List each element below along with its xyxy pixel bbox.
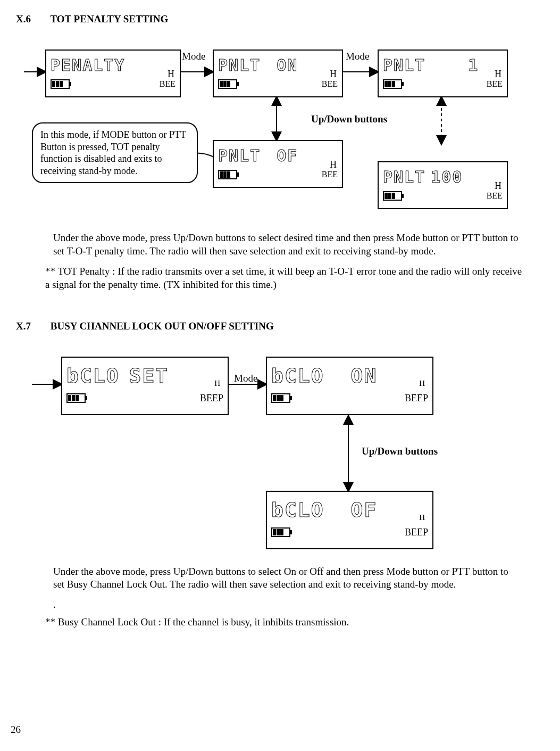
lcd-bclo-set-text: bCLO	[66, 366, 120, 386]
lcd-pnlt-on: PNLT ON H BEE	[213, 49, 343, 97]
lcd-bclo-of-h: H	[419, 513, 425, 522]
section-x6-title: TOT PENALTY SETTING	[50, 13, 168, 24]
lcd-penalty: PENALTY H BEE	[45, 49, 181, 97]
section-x7-heading: X.7 BUSY CHANNEL LOCK OUT ON/OFF SETTING	[16, 320, 544, 332]
lcd-pnlt-of-text: PNLT	[218, 148, 261, 164]
x7-dot: .	[53, 599, 544, 610]
x6-definition: ** TOT Penalty : If the radio transmits …	[45, 265, 524, 291]
lcd-bclo-of-text: bCLO	[271, 500, 324, 520]
lcd-pnlt-of-beep: BEE	[322, 170, 338, 179]
lcd-penalty-text: PENALTY	[51, 57, 125, 73]
lcd-pnlt-on-h: H	[330, 69, 337, 80]
lcd-penalty-h: H	[168, 69, 174, 80]
x6-paragraph-1: Under the above mode, press Up/Down butt…	[53, 232, 521, 258]
x6-diagram: Mode Mode Up/Down buttons PENALTY H BEE …	[16, 35, 544, 232]
lcd-pnlt-100-text: PNLT	[383, 169, 425, 185]
lcd-pnlt-100-h: H	[495, 180, 502, 192]
lcd-pnlt-of: PNLT OF H BEE	[213, 140, 343, 188]
section-x6-number: X.6	[16, 13, 48, 25]
lcd-pnlt-1-beep: BEE	[487, 79, 503, 89]
lcd-bclo-on-text: bCLO	[271, 366, 324, 386]
lcd-bclo-of-beep: BEEP	[405, 527, 428, 538]
x7-updown-label: Up/Down buttons	[362, 445, 438, 457]
lcd-bclo-of: bCLO OF H BEEP	[266, 491, 433, 549]
lcd-pnlt-1-h: H	[495, 69, 502, 80]
x6-mode-label-2: Mode	[346, 51, 369, 62]
lcd-bclo-set-right: SET	[129, 366, 169, 386]
battery-icon	[218, 79, 237, 89]
battery-icon	[218, 170, 237, 179]
lcd-bclo-set-beep: BEEP	[200, 393, 223, 404]
x7-paragraph-1: Under the above mode, press Up/Down butt…	[53, 565, 521, 591]
x6-updown-label: Up/Down buttons	[311, 113, 387, 125]
battery-icon	[271, 527, 290, 537]
lcd-pnlt-on-text: PNLT	[218, 57, 261, 73]
lcd-penalty-beep: BEE	[160, 79, 175, 89]
section-x6-heading: X.6 TOT PENALTY SETTING	[16, 13, 544, 25]
battery-icon	[51, 79, 70, 89]
lcd-pnlt-100-beep: BEE	[487, 191, 503, 201]
lcd-bclo-on-right: ON	[351, 366, 378, 386]
lcd-bclo-on: bCLO ON H BEEP	[266, 357, 433, 415]
section-x7-title: BUSY CHANNEL LOCK OUT ON/OFF SETTING	[51, 320, 274, 332]
x6-callout: In this mode, if MODE button or PTT Butt…	[32, 122, 198, 183]
battery-icon	[66, 393, 86, 403]
lcd-pnlt-of-h: H	[330, 159, 337, 170]
x6-mode-label-1: Mode	[182, 51, 205, 62]
battery-icon	[383, 79, 402, 89]
section-x7-number: X.7	[16, 320, 48, 332]
x6-callout-text: In this mode, if MODE button or PTT Butt…	[40, 129, 186, 176]
x6-def-label: ** TOT Penalty :	[45, 266, 118, 277]
battery-icon	[383, 191, 402, 201]
x7-definition: ** Busy Channel Lock Out : If the channe…	[45, 616, 524, 629]
lcd-pnlt-on-beep: BEE	[322, 79, 338, 89]
lcd-pnlt-on-value: ON	[277, 57, 298, 73]
lcd-bclo-set-h: H	[214, 379, 220, 388]
lcd-pnlt-100: PNLT 100 H BEE	[378, 161, 508, 209]
lcd-bclo-on-h: H	[419, 379, 425, 388]
lcd-bclo-set: bCLO SET H BEEP	[61, 357, 229, 415]
lcd-pnlt-1-value: 1	[468, 57, 479, 73]
battery-icon	[271, 393, 290, 403]
x7-mode-label: Mode	[234, 373, 257, 384]
lcd-pnlt-1-text: PNLT	[383, 57, 425, 73]
x7-diagram: Mode Up/Down buttons bCLO SET H BEEP bCL…	[16, 342, 544, 565]
lcd-bclo-of-right: OF	[351, 500, 378, 520]
lcd-pnlt-100-value: 100	[431, 169, 463, 185]
lcd-pnlt-1: PNLT 1 H BEE	[378, 49, 508, 97]
lcd-bclo-on-beep: BEEP	[405, 393, 428, 404]
lcd-pnlt-of-value: OF	[277, 148, 298, 164]
